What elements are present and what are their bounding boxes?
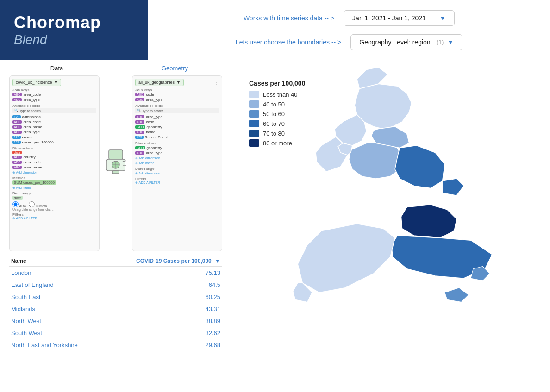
row-name: South West [9, 327, 104, 339]
legend-title: Cases per 100,000 [249, 80, 305, 87]
geography-count: (1) [437, 39, 444, 45]
panel-labels: Data Geometry [9, 65, 222, 72]
south-west-region[interactable] [298, 224, 395, 292]
geo-join-keys-section: Join keys ABCcode ABCarea_type [135, 88, 219, 102]
app-title: Choromap [14, 13, 134, 32]
table-row: South East 60.25 [9, 291, 222, 303]
date-range-value: Jan 1, 2021 - Jan 1, 2021 [352, 14, 426, 22]
data-table: Name COVID-19 Cases per 100,000 ▼ London… [9, 256, 222, 351]
geometry-source-name: all_uk_geographies [138, 80, 175, 85]
date-dropdown-arrow: ▼ [439, 14, 446, 22]
legend-swatch [249, 120, 259, 127]
data-table-container: Name COVID-19 Cases per 100,000 ▼ London… [9, 256, 222, 351]
add-dimension-btn[interactable]: ⊕ Add dimension [12, 171, 96, 174]
date-range-note: Using date range from chart. [12, 208, 96, 211]
legend-swatch [249, 91, 259, 98]
row-value: 43.31 [104, 303, 222, 315]
metric-sort-icon[interactable]: ▼ [215, 258, 220, 264]
add-dim-date-btn[interactable]: ⊕ Add dimension [135, 172, 219, 175]
right-panel: Cases per 100,000 Less than 40 40 to 50 … [231, 60, 550, 392]
geo-join-tag-2: ABC [135, 98, 144, 101]
add-metric-btn[interactable]: ⊕ Add metric [12, 186, 96, 190]
geo-source-arrow: ▼ [176, 80, 181, 85]
time-series-row: Works with time series data -- > Jan 1, … [167, 10, 531, 26]
data-source-name: covid_uk_incidence [16, 80, 52, 85]
date-field: date [12, 196, 23, 200]
geo-available-fields: Available Fields 🔍Type to search ABCarea… [135, 104, 219, 140]
legend-label: Less than 40 [263, 91, 297, 98]
field-tag: 123 [12, 141, 21, 144]
table-row: London 75.13 [9, 267, 222, 279]
east-of-england-region[interactable] [395, 145, 445, 188]
legend-item: 50 to 60 [249, 110, 305, 118]
geo-date-range-section: Date range ⊕ Add dimension [135, 167, 219, 175]
data-pane-options[interactable]: ⋮ [92, 80, 96, 85]
geo-field-tag: ABC [135, 131, 144, 134]
london-region[interactable] [401, 205, 456, 238]
row-value: 29.68 [104, 339, 222, 351]
legend-label: 70 to 80 [263, 130, 285, 137]
main-content: Data Geometry covid_uk_incidence ▼ ⋮ Joi… [0, 60, 550, 392]
row-name: London [9, 267, 104, 279]
midlands-region[interactable] [349, 143, 402, 179]
left-filters-section: Filters ⊕ ADD A FILTER [12, 212, 96, 220]
header-controls: Works with time series data -- > Jan 1, … [148, 10, 550, 50]
data-pane: covid_uk_incidence ▼ ⋮ Join keys ABCarea… [9, 75, 100, 251]
table-row: South West 32.62 [9, 327, 222, 339]
geo-filters-section: Filters ⊕ ADD A FILTER [135, 177, 219, 185]
row-name: East of England [9, 279, 104, 291]
row-name: North East and Yorkshire [9, 339, 104, 351]
geo-dimensions-section: Dimensions GEOgeometry ABCarea_type ⊕ Ad… [135, 141, 219, 160]
add-filter-left-btn[interactable]: ⊕ ADD A FILTER [12, 217, 96, 220]
metric-highlight: SUM cases_per_100000 [12, 180, 56, 185]
data-panel-label: Data [9, 65, 104, 72]
dim-tag: ABC [12, 161, 22, 164]
col-metric-header: COVID-19 Cases per 100,000 ▼ [104, 256, 222, 267]
time-series-label: Works with time series data -- > [244, 14, 334, 22]
legend-label: 80 or more [263, 140, 292, 147]
geo-field-tag: ABC [135, 115, 144, 118]
date-range-section: Date range date Auto Custom Using date r… [12, 191, 96, 211]
field-tag: ABC [12, 131, 22, 134]
row-name: Midlands [9, 303, 104, 315]
geography-level-value: Geography Level: region [359, 38, 430, 46]
legend-swatch [249, 139, 259, 147]
geo-pane-options[interactable]: ⋮ [214, 80, 219, 85]
boundary-label: Lets user choose the boundaries -- > [236, 38, 341, 46]
field-search[interactable]: 🔍Type to search [12, 108, 96, 113]
legend-items: Less than 40 40 to 50 50 to 60 60 to 70 … [249, 91, 305, 147]
data-source-title: covid_uk_incidence ▼ [12, 79, 61, 86]
app-subtitle: Blend [14, 32, 134, 47]
col-name-header: Name [9, 256, 104, 267]
legend-swatch [249, 130, 259, 137]
row-name: South East [9, 291, 104, 303]
legend-item: 40 to 50 [249, 100, 305, 108]
add-metric-geo-btn[interactable]: ⊕ Add metric [135, 162, 219, 165]
row-value: 75.13 [104, 267, 222, 279]
east-anglia-tip [443, 179, 464, 195]
field-tag: 123 [12, 115, 21, 118]
data-source-arrow: ▼ [54, 80, 58, 85]
join-keys-section: Join keys ABCarea_code ABCarea_type [12, 88, 96, 102]
add-filter-geo-btn[interactable]: ⊕ ADD A FILTER [135, 181, 219, 185]
add-dimension-geo-btn[interactable]: ⊕ Add dimension [135, 156, 219, 160]
dimensions-section: Dimensions date ABCcountry ABCarea_code … [12, 146, 96, 174]
join-tag-2: ABC [12, 98, 22, 101]
coastal-detail-2 [445, 288, 469, 302]
row-value: 38.89 [104, 315, 222, 327]
brand-area: Choromap Blend [0, 0, 148, 60]
geometry-pane: all_uk_geographies ▼ ⋮ Join keys ABCcode… [132, 75, 222, 251]
table-row: East of England 64.5 [9, 279, 222, 291]
geography-dropdown[interactable]: Geography Level: region (1) ▼ [350, 34, 462, 50]
legend-label: 40 to 50 [263, 101, 285, 108]
geo-field-search[interactable]: 🔍Type to search [135, 108, 219, 113]
legend: Cases per 100,000 Less than 40 40 to 50 … [241, 74, 313, 155]
blender-icon-svg [104, 148, 127, 175]
join-tag-1: ABC [12, 93, 22, 96]
svg-rect-0 [109, 150, 123, 159]
legend-item: 70 to 80 [249, 130, 305, 137]
blend-icon [104, 148, 127, 180]
date-range-dropdown[interactable]: Jan 1, 2021 - Jan 1, 2021 ▼ [344, 10, 455, 26]
legend-item: 60 to 70 [249, 120, 305, 127]
legend-label: 50 to 60 [263, 111, 285, 118]
